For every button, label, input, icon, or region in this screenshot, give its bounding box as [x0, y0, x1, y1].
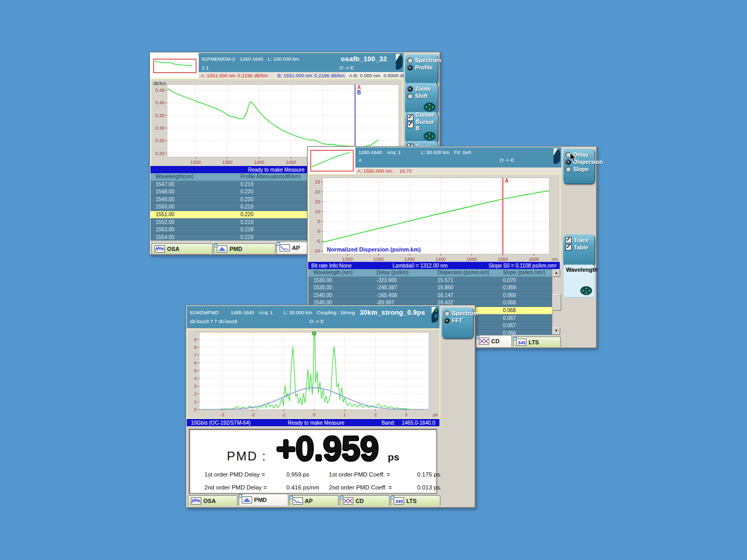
normalized-dispersion-chart[interactable]: 2520151050-5-101300135014001450150015501…	[309, 175, 560, 262]
svg-text:-1: -1	[281, 412, 285, 417]
tab-pmd[interactable]: PMD	[214, 243, 275, 254]
zoom-radio[interactable]	[407, 86, 413, 92]
pmd-fft-chart[interactable]: 9876543210-3-2-10123ps	[188, 330, 439, 418]
svg-text:3: 3	[194, 384, 197, 389]
pmd-window: 81WDMPMD 1485-1640 Acq: 1 L: 30.000 km C…	[186, 305, 476, 508]
table-cell: 0.069	[497, 292, 552, 299]
scroll-down-button[interactable]: ▼	[552, 327, 560, 335]
lts-icon: 345	[394, 497, 404, 505]
spectrum-profile-button[interactable]: Spectrum Profile	[405, 54, 438, 85]
tab-cd[interactable]: CD	[476, 335, 512, 347]
length-label: L: 100.000 km	[268, 56, 299, 62]
tab-cd[interactable]: CD	[340, 495, 390, 506]
scroll-up-button[interactable]: ▲	[552, 269, 560, 277]
trace-checkbox[interactable]	[565, 237, 572, 243]
shift-radio[interactable]	[407, 93, 413, 99]
cursor-b-value: 0.2196 dB/km	[314, 73, 345, 78]
side-button-column: Delay Dispersion Slope Trace Table Wavel…	[562, 147, 596, 347]
dispersion-chart-box: 2520151050-5-101300135014001450150015501…	[308, 174, 561, 263]
scrollbar-thumb[interactable]	[552, 294, 561, 311]
second-order-delay-label: 2nd order PMD Delay =	[204, 484, 286, 491]
tab-pmd[interactable]: PMD	[239, 494, 288, 506]
coupling-label: Coupling : Strong	[317, 310, 355, 315]
direction-label: O -> E	[339, 65, 354, 71]
wavelength-panel[interactable]: Wavelength	[563, 264, 595, 298]
pmd-result-unit: ps	[388, 452, 399, 463]
trace-table-button[interactable]: Trace Table	[563, 234, 595, 267]
cursor-b-checkbox[interactable]	[407, 122, 413, 128]
tab-ap[interactable]: AP	[289, 495, 339, 506]
source-label: sb-lou18 7 7 sb-lou18	[190, 318, 237, 324]
table-checkbox[interactable]	[565, 244, 572, 250]
info-bar: Bit rate Info:None Lambda0 = 1312.00 nm …	[308, 262, 560, 269]
svg-text:8: 8	[194, 345, 197, 350]
spectrum-thumbnail[interactable]	[153, 59, 197, 73]
direction-pad-icon[interactable]	[423, 132, 436, 142]
cursor-a-checkbox[interactable]	[407, 115, 413, 121]
svg-text:-5: -5	[316, 239, 320, 244]
cursor-a-readout: A: 1551.000 nm	[201, 73, 236, 78]
svg-text:ps: ps	[433, 412, 438, 417]
table-cell: 0.070	[497, 277, 552, 284]
table-cell: 1553.00	[150, 226, 235, 233]
acq-label: Acq: 1	[386, 149, 400, 155]
tab-lts[interactable]: 345 LTS	[513, 337, 561, 347]
dispersion-thumbnail[interactable]	[310, 150, 354, 172]
table-cell: 1548.00	[150, 188, 235, 195]
zoom-shift-button[interactable]: Zoom Shift	[405, 83, 438, 114]
cd-icon	[343, 497, 353, 505]
model-label: 81WDMPMD	[190, 310, 218, 315]
cursor-a-value: 16.72	[399, 168, 412, 174]
first-order-coeff-label: 1st order PMD Coeff. =	[329, 471, 417, 478]
svg-text:5: 5	[317, 219, 320, 224]
table-cell: 16.147	[432, 292, 497, 299]
table-cell: 1549.00	[150, 196, 235, 203]
svg-text:nm: nm	[551, 257, 558, 262]
lts-icon: 345	[516, 339, 527, 346]
thumbnail-trace	[311, 151, 351, 169]
desktop: { "windows": { "osa": { "header": {"mode…	[0, 0, 747, 560]
spectrum-fft-button[interactable]: Spectrum FFT	[441, 307, 474, 339]
table-row[interactable]: 1540.00-165.45816.1470.069	[308, 292, 552, 300]
table-cell: 15.860	[432, 284, 497, 291]
cursor-a-readout: A: 1550.000 nm	[357, 168, 392, 174]
cursor-ab-button[interactable]: Cursor A Cursor B	[405, 112, 438, 143]
table-row[interactable]: 1535.00-245.38715.8600.069	[308, 284, 552, 292]
status-text: Ready to make Measure	[248, 167, 305, 173]
svg-text:9: 9	[194, 337, 197, 342]
fft-radio[interactable]	[444, 318, 450, 324]
file-title: osafb_100_32	[341, 55, 387, 63]
svg-text:1: 1	[343, 412, 346, 417]
tab-osa[interactable]: OSA	[151, 243, 213, 254]
svg-text:1350: 1350	[374, 257, 384, 262]
delay-dispersion-slope-button[interactable]: Delay Dispersion Slope	[563, 149, 595, 184]
cd-icon	[479, 338, 489, 345]
spectrum-radio[interactable]	[444, 311, 450, 316]
fit-label: Fit: Se0	[454, 149, 471, 155]
page-curl-icon[interactable]	[554, 148, 560, 164]
tab-osa[interactable]: OSA	[188, 495, 238, 506]
direction-pad-icon[interactable]	[580, 286, 592, 296]
cursor-readout-strip: A: 1550.000 nm 16.72	[355, 167, 561, 174]
table-cell: 15.571	[432, 277, 497, 284]
svg-text:5: 5	[194, 368, 197, 373]
page-1-indicator[interactable]: 1	[435, 308, 437, 313]
cursor-ab-readout: A-B: 0.000 nm	[349, 73, 380, 78]
table-cell: 0.067	[497, 322, 552, 329]
table-row[interactable]: 1530.00-323.96515.5710.070	[308, 277, 552, 285]
spectrum-radio[interactable]	[407, 58, 413, 63]
table-cell: 1554.00	[150, 234, 235, 241]
pmd-result-label: PMD :	[227, 449, 267, 464]
pmd-icon	[217, 245, 227, 253]
page-2-indicator[interactable]: 2	[435, 314, 437, 318]
svg-text:-3: -3	[220, 412, 224, 417]
svg-text:1300: 1300	[342, 257, 353, 262]
tab-lts[interactable]: 345 LTS	[391, 495, 440, 506]
slope-radio[interactable]	[565, 166, 571, 172]
window-header: 1260-1640 Acq: 1 L: 50.620 km Fit: Se0 4…	[355, 147, 561, 167]
table-scrollbar[interactable]: ▲ ▼	[552, 269, 560, 335]
svg-text:25: 25	[315, 179, 320, 185]
svg-text:0.30: 0.30	[155, 125, 164, 131]
profile-radio[interactable]	[407, 65, 413, 71]
page-curl-icon[interactable]	[396, 54, 403, 69]
